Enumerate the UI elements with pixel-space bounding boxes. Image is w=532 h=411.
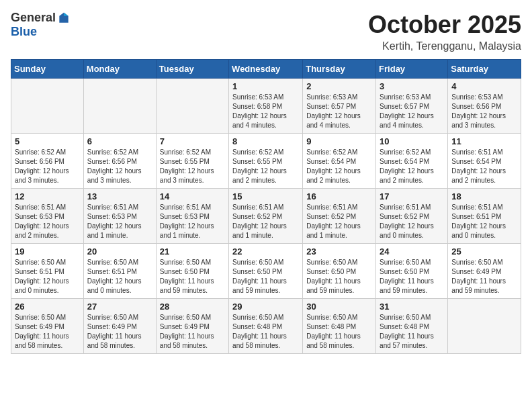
day-info: Sunrise: 6:52 AM Sunset: 6:54 PM Dayligh… (306, 148, 372, 185)
calendar-cell: 29Sunrise: 6:50 AM Sunset: 6:48 PM Dayli… (229, 299, 303, 354)
day-number: 19 (15, 246, 80, 257)
day-number: 21 (160, 246, 225, 257)
calendar-cell (448, 299, 521, 354)
calendar-header-saturday: Saturday (448, 60, 521, 79)
day-info: Sunrise: 6:51 AM Sunset: 6:53 PM Dayligh… (87, 203, 152, 240)
calendar-header-thursday: Thursday (303, 60, 376, 79)
day-number: 23 (306, 246, 372, 257)
calendar-header-wednesday: Wednesday (229, 60, 303, 79)
calendar-cell: 3Sunrise: 6:53 AM Sunset: 6:57 PM Daylig… (376, 79, 448, 134)
day-info: Sunrise: 6:50 AM Sunset: 6:48 PM Dayligh… (306, 313, 372, 351)
calendar-cell: 17Sunrise: 6:51 AM Sunset: 6:52 PM Dayli… (376, 189, 448, 244)
day-number: 27 (87, 302, 152, 312)
day-number: 13 (87, 191, 152, 201)
calendar-table: SundayMondayTuesdayWednesdayThursdayFrid… (11, 59, 521, 354)
day-info: Sunrise: 6:51 AM Sunset: 6:52 PM Dayligh… (306, 203, 372, 240)
day-number: 1 (232, 81, 299, 91)
day-number: 18 (451, 191, 517, 201)
calendar-week-row: 1Sunrise: 6:53 AM Sunset: 6:58 PM Daylig… (11, 79, 521, 134)
logo-general-text: General (11, 11, 56, 25)
calendar-cell: 15Sunrise: 6:51 AM Sunset: 6:52 PM Dayli… (229, 189, 303, 244)
day-info: Sunrise: 6:50 AM Sunset: 6:49 PM Dayligh… (15, 313, 80, 351)
day-info: Sunrise: 6:50 AM Sunset: 6:49 PM Dayligh… (160, 313, 225, 351)
calendar-cell (11, 79, 84, 134)
calendar-header-tuesday: Tuesday (156, 60, 228, 79)
logo: General Blue (11, 11, 71, 39)
day-number: 15 (232, 191, 299, 201)
calendar-cell: 14Sunrise: 6:51 AM Sunset: 6:53 PM Dayli… (156, 189, 228, 244)
calendar-cell: 30Sunrise: 6:50 AM Sunset: 6:48 PM Dayli… (303, 299, 376, 354)
day-number: 20 (87, 246, 152, 257)
day-number: 11 (451, 136, 517, 146)
day-info: Sunrise: 6:50 AM Sunset: 6:48 PM Dayligh… (232, 313, 299, 351)
day-info: Sunrise: 6:50 AM Sunset: 6:49 PM Dayligh… (451, 258, 517, 295)
title-area: October 2025 Kertih, Terengganu, Malaysi… (368, 11, 521, 52)
day-info: Sunrise: 6:50 AM Sunset: 6:50 PM Dayligh… (160, 258, 225, 295)
day-number: 10 (380, 136, 444, 146)
day-info: Sunrise: 6:52 AM Sunset: 6:55 PM Dayligh… (160, 148, 225, 185)
calendar-cell: 4Sunrise: 6:53 AM Sunset: 6:56 PM Daylig… (448, 79, 521, 134)
calendar-cell: 16Sunrise: 6:51 AM Sunset: 6:52 PM Dayli… (303, 189, 376, 244)
day-info: Sunrise: 6:52 AM Sunset: 6:56 PM Dayligh… (15, 148, 80, 185)
calendar-header-sunday: Sunday (11, 60, 84, 79)
day-info: Sunrise: 6:51 AM Sunset: 6:53 PM Dayligh… (160, 203, 225, 240)
day-number: 4 (451, 81, 517, 91)
day-info: Sunrise: 6:51 AM Sunset: 6:52 PM Dayligh… (380, 203, 444, 240)
day-number: 25 (451, 246, 517, 257)
calendar-cell: 20Sunrise: 6:50 AM Sunset: 6:51 PM Dayli… (83, 244, 156, 299)
calendar-cell: 27Sunrise: 6:50 AM Sunset: 6:49 PM Dayli… (83, 299, 156, 354)
day-number: 6 (87, 136, 152, 146)
day-number: 17 (380, 191, 444, 201)
calendar-header-row: SundayMondayTuesdayWednesdayThursdayFrid… (11, 60, 521, 79)
calendar-cell (83, 79, 156, 134)
day-info: Sunrise: 6:51 AM Sunset: 6:52 PM Dayligh… (232, 203, 299, 240)
day-number: 8 (232, 136, 299, 146)
day-number: 7 (160, 136, 225, 146)
day-number: 12 (15, 191, 80, 201)
day-info: Sunrise: 6:50 AM Sunset: 6:49 PM Dayligh… (87, 313, 152, 351)
day-info: Sunrise: 6:53 AM Sunset: 6:57 PM Dayligh… (306, 93, 372, 130)
day-info: Sunrise: 6:53 AM Sunset: 6:58 PM Dayligh… (232, 93, 299, 130)
month-title: October 2025 (368, 11, 521, 39)
calendar-header-monday: Monday (83, 60, 156, 79)
calendar-week-row: 26Sunrise: 6:50 AM Sunset: 6:49 PM Dayli… (11, 299, 521, 354)
calendar-week-row: 12Sunrise: 6:51 AM Sunset: 6:53 PM Dayli… (11, 189, 521, 244)
day-number: 30 (306, 302, 372, 312)
calendar-cell: 10Sunrise: 6:52 AM Sunset: 6:54 PM Dayli… (376, 134, 448, 189)
calendar-cell: 24Sunrise: 6:50 AM Sunset: 6:50 PM Dayli… (376, 244, 448, 299)
day-info: Sunrise: 6:52 AM Sunset: 6:55 PM Dayligh… (232, 148, 299, 185)
day-info: Sunrise: 6:51 AM Sunset: 6:51 PM Dayligh… (451, 203, 517, 240)
calendar-header-friday: Friday (376, 60, 448, 79)
day-number: 9 (306, 136, 372, 146)
calendar-cell: 22Sunrise: 6:50 AM Sunset: 6:50 PM Dayli… (229, 244, 303, 299)
day-number: 3 (380, 81, 444, 91)
calendar-cell (156, 79, 228, 134)
calendar-cell: 21Sunrise: 6:50 AM Sunset: 6:50 PM Dayli… (156, 244, 228, 299)
day-number: 31 (380, 302, 444, 312)
calendar-cell: 25Sunrise: 6:50 AM Sunset: 6:49 PM Dayli… (448, 244, 521, 299)
calendar-cell: 26Sunrise: 6:50 AM Sunset: 6:49 PM Dayli… (11, 299, 84, 354)
day-number: 14 (160, 191, 225, 201)
day-number: 29 (232, 302, 299, 312)
calendar-cell: 18Sunrise: 6:51 AM Sunset: 6:51 PM Dayli… (448, 189, 521, 244)
day-info: Sunrise: 6:51 AM Sunset: 6:54 PM Dayligh… (451, 148, 517, 185)
calendar-cell: 13Sunrise: 6:51 AM Sunset: 6:53 PM Dayli… (83, 189, 156, 244)
calendar-cell: 5Sunrise: 6:52 AM Sunset: 6:56 PM Daylig… (11, 134, 84, 189)
calendar-cell: 28Sunrise: 6:50 AM Sunset: 6:49 PM Dayli… (156, 299, 228, 354)
day-info: Sunrise: 6:50 AM Sunset: 6:51 PM Dayligh… (15, 258, 80, 295)
day-info: Sunrise: 6:50 AM Sunset: 6:50 PM Dayligh… (232, 258, 299, 295)
day-info: Sunrise: 6:53 AM Sunset: 6:57 PM Dayligh… (380, 93, 444, 130)
calendar-cell: 2Sunrise: 6:53 AM Sunset: 6:57 PM Daylig… (303, 79, 376, 134)
calendar-cell: 31Sunrise: 6:50 AM Sunset: 6:48 PM Dayli… (376, 299, 448, 354)
calendar-cell: 1Sunrise: 6:53 AM Sunset: 6:58 PM Daylig… (229, 79, 303, 134)
day-number: 5 (15, 136, 80, 146)
day-number: 22 (232, 246, 299, 257)
calendar-cell: 12Sunrise: 6:51 AM Sunset: 6:53 PM Dayli… (11, 189, 84, 244)
calendar-cell: 19Sunrise: 6:50 AM Sunset: 6:51 PM Dayli… (11, 244, 84, 299)
day-number: 28 (160, 302, 225, 312)
day-info: Sunrise: 6:50 AM Sunset: 6:50 PM Dayligh… (306, 258, 372, 295)
day-number: 2 (306, 81, 372, 91)
calendar-cell: 9Sunrise: 6:52 AM Sunset: 6:54 PM Daylig… (303, 134, 376, 189)
day-info: Sunrise: 6:50 AM Sunset: 6:50 PM Dayligh… (380, 258, 444, 295)
logo-blue-text: Blue (11, 25, 37, 39)
